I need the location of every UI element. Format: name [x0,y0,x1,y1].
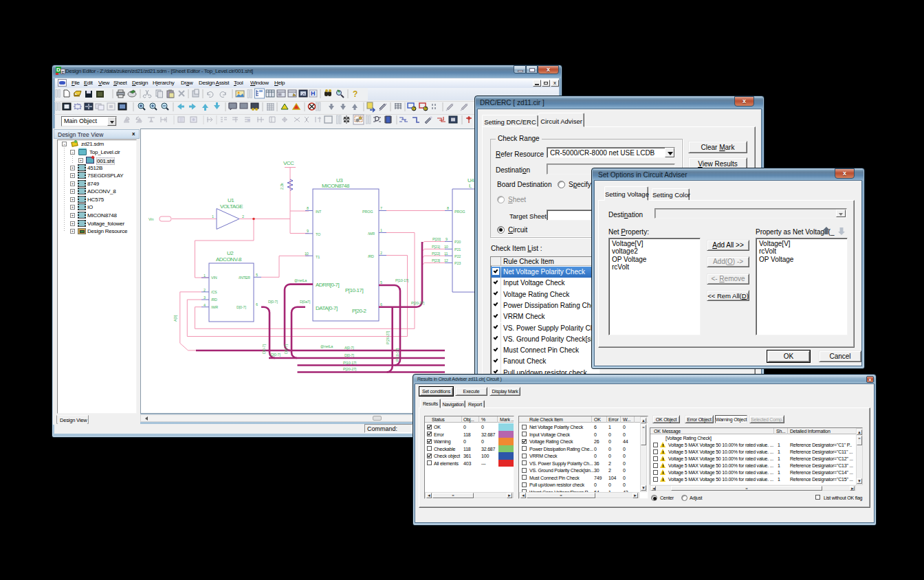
svg-text:4: 4 [204,303,206,307]
svg-text:7: 7 [380,206,382,210]
svg-text:PROG: PROG [454,210,465,214]
svg-text:P[22]: P[22] [432,252,441,256]
svg-text:TO: TO [316,232,321,236]
svg-text:0: 0 [413,107,416,111]
svg-text:PROG: PROG [362,210,373,214]
svg-text:P[20-27]: P[20-27] [411,301,425,305]
svg-text:T1: T1 [316,255,320,259]
svg-text:VCC: VCC [283,160,294,166]
svg-text:2: 2 [242,214,244,219]
svg-text:5: 5 [256,273,258,277]
svg-text:D[0-7]: D[0-7] [262,344,266,354]
svg-text:P22: P22 [454,254,461,258]
svg-text:@netLa: @netLa [294,278,307,282]
svg-text:/RD: /RD [211,298,217,302]
svg-text:A[0]: A[0] [173,315,177,322]
svg-text:2: 2 [380,251,382,255]
svg-text:D[0-7]: D[0-7] [271,353,280,357]
svg-text:1: 1 [380,228,382,232]
svg-text:8: 8 [447,206,449,210]
svg-text:P[21]: P[21] [432,245,441,249]
svg-text:11: 11 [444,252,448,256]
svg-text:5: 5 [380,280,382,285]
svg-text:D[0a7]: D[0a7] [300,300,311,304]
svg-text:P21: P21 [454,247,461,252]
svg-text:9: 9 [446,237,448,241]
svg-text:H: H [311,90,316,97]
svg-text:A[0-7]: A[0-7] [344,346,354,350]
svg-text:@netLa: @netLa [320,344,333,348]
svg-text:/INTER: /INTER [239,276,250,280]
svg-text:3: 3 [204,295,206,300]
svg-text:P[23]: P[23] [432,258,441,263]
svg-text:6: 6 [380,302,382,306]
svg-text:Vin: Vin [148,217,153,221]
svg-text:D[0-7]: D[0-7] [236,305,246,309]
svg-text:P[10-17]: P[10-17] [345,287,364,293]
svg-text:/WR: /WR [211,305,218,309]
svg-text:VOLTAGE: VOLTAGE [220,203,243,210]
svg-text:P[20]: P[20] [432,237,441,241]
svg-text:U2: U2 [227,250,234,256]
svg-text:MICON8748: MICON8748 [322,183,350,189]
svg-text:D[0-7]: D[0-7] [284,344,288,354]
svg-text:P20: P20 [454,240,461,244]
svg-text:/RD: /RD [368,254,374,258]
svg-text:VIN: VIN [211,276,217,280]
svg-text:ADCONV-8: ADCONV-8 [216,256,242,263]
svg-text:9: 9 [307,229,309,233]
svg-text:12: 12 [444,258,448,263]
svg-text:D[0-7]: D[0-7] [344,353,354,357]
svg-text:2.2k: 2.2k [280,183,284,190]
svg-text:/WR: /WR [368,232,375,236]
svg-text:DATA[0-7]: DATA[0-7] [316,305,338,311]
svg-text:P[10-17]: P[10-17] [395,348,399,361]
svg-text:P[10-17]: P[10-17] [395,278,409,282]
svg-text:P[20-2: P[20-2 [352,308,367,314]
svg-text:ADRR[0-7]: ADRR[0-7] [316,282,339,288]
svg-text:I,: I, [469,183,472,189]
svg-text:P[10-17]: P[10-17] [343,361,357,365]
svg-text:/CS: /CS [211,290,217,294]
svg-text:8: 8 [307,206,309,210]
svg-text:INT: INT [316,210,322,214]
svg-text:6: 6 [256,302,258,306]
svg-text:0: 0 [425,107,428,111]
svg-text:1: 1 [204,274,206,278]
svg-text:P23: P23 [454,261,461,265]
svg-text:?: ? [353,89,358,99]
svg-text:D[0-7]: D[0-7] [268,300,278,304]
svg-text:1: 1 [212,214,214,219]
svg-text:P[20-27]: P[20-27] [386,331,390,344]
svg-text:10: 10 [444,245,448,249]
svg-text:2: 2 [204,288,206,292]
svg-text:P[20-27]: P[20-27] [343,367,357,371]
svg-text:10: 10 [305,252,309,256]
